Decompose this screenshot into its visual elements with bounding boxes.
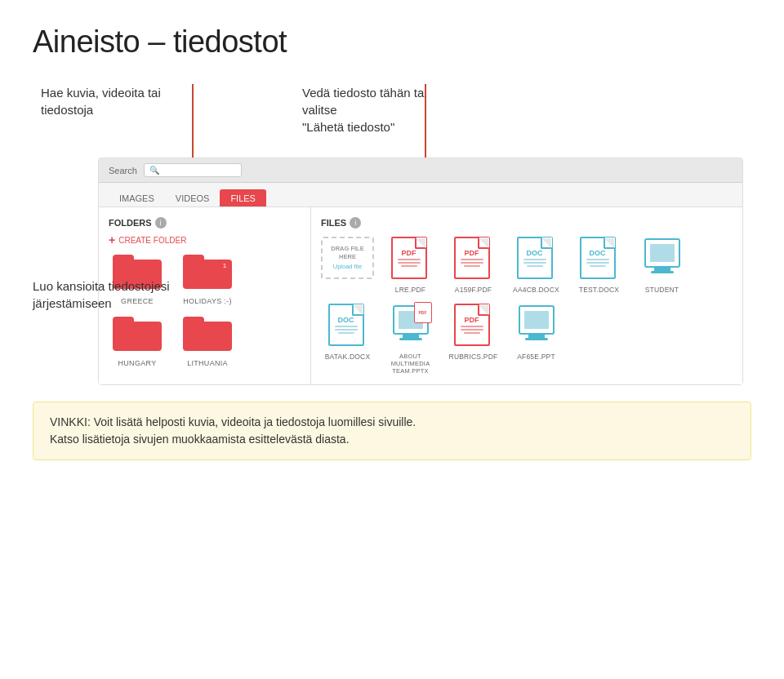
doc-label2: DOC <box>590 249 606 257</box>
panel-tabs: IMAGES VIDEOS FILES <box>99 183 742 207</box>
line1 <box>398 259 421 260</box>
monitor-icon1 <box>644 238 680 268</box>
file-test-docx-label: TEST.DOCX <box>579 286 620 294</box>
file-shape-doc3: DOC <box>328 304 364 346</box>
file-student[interactable]: STUDENT <box>635 237 688 294</box>
folder-shape-hungary <box>113 317 162 351</box>
upload-link[interactable]: Upload file <box>333 263 362 271</box>
folder-hungary-icon <box>113 317 162 356</box>
hint-line1: VINKKI: Voit lisätä helposti kuvia, vide… <box>50 414 734 431</box>
line2 <box>398 262 421 264</box>
top-annotations: Hae kuvia, videoita tai tiedostoja Vedä … <box>33 84 751 158</box>
hint-line2: Katso lisätietoja sivujen muokkaamista e… <box>50 431 734 448</box>
tab-files[interactable]: FILES <box>220 189 266 206</box>
file-a159f-pdf-label: A159F.PDF <box>455 286 492 294</box>
annotation-upload: Vedä tiedosto tähän tai valitse "Lähetä … <box>302 84 449 135</box>
line3 <box>464 332 480 334</box>
file-a159f-pdf-icon: PDF <box>454 237 493 282</box>
folders-info-icon: i <box>155 217 167 229</box>
folders-row-2: HUNGARY LITHUANIA <box>109 317 301 367</box>
file-shape-pdf2: PDF <box>454 237 490 279</box>
ui-panel: Search 🔍 IMAGES VIDEOS FILES FOLDERS i <box>98 158 743 385</box>
folder-badge: 1 <box>219 260 230 271</box>
files-header: FILES i <box>321 217 733 229</box>
file-shape-doc1: DOC <box>517 237 553 279</box>
content-wrapper: Hae kuvia, videoita tai tiedostoja Vedä … <box>33 84 751 385</box>
monitor-icon3 <box>519 305 555 335</box>
files-grid: DRAG FILEHERE Upload file PDF <box>321 237 733 375</box>
file-aa4cb-docx[interactable]: DOC AA4CB.DOCX <box>510 237 563 294</box>
panel-body: FOLDERS i + CREATE FOLDER GREECE <box>99 207 742 384</box>
files-info-icon: i <box>350 217 361 229</box>
line3 <box>401 265 417 267</box>
folder-hungary[interactable]: HUNGARY <box>109 317 166 367</box>
file-lre-pdf-icon: PDF <box>391 237 430 282</box>
line3 <box>527 265 543 267</box>
plus-icon: + <box>109 233 115 246</box>
line1 <box>461 326 483 327</box>
folders-header: FOLDERS i <box>109 217 301 229</box>
file-af65e-ppt-label: AF65E.PPT <box>517 353 555 361</box>
page-container: Aineisto – tiedostot Hae kuvia, videoita… <box>0 0 784 477</box>
pptx-label: PDF <box>419 310 427 315</box>
file-batak-docx[interactable]: DOC BATAK.DOCX <box>321 304 374 375</box>
monitor-screen3 <box>524 311 549 329</box>
line2 <box>586 262 609 264</box>
line2 <box>461 262 483 264</box>
file-about-multimedia-label: ABOUTMULTIMEDIATEAM.PPTX <box>391 353 430 375</box>
line1 <box>523 259 546 260</box>
line2 <box>335 329 358 331</box>
drag-text: DRAG FILEHERE <box>331 245 363 261</box>
create-folder-label: CREATE FOLDER <box>118 236 186 245</box>
line2 <box>523 262 546 264</box>
files-title: FILES <box>321 218 346 228</box>
files-panel: FILES i DRAG FILEHERE Upload file <box>311 207 742 384</box>
file-about-multimedia[interactable]: PDF ABOUTMULTIMEDIATEAM.PPTX <box>384 304 437 375</box>
annotation-folders: Luo kansioita tiedostojesi järjestämisee… <box>33 277 176 312</box>
monitor-wrapper1 <box>643 237 682 279</box>
pdf-lines3 <box>461 326 483 334</box>
drag-file-item[interactable]: DRAG FILEHERE Upload file <box>321 237 374 294</box>
file-test-docx[interactable]: DOC TEST.DOCX <box>572 237 626 294</box>
doc-label1: DOC <box>527 249 543 257</box>
file-shape-pdf: PDF <box>391 237 427 279</box>
file-rubrics-pdf[interactable]: PDF RUBRICS.PDF <box>447 304 500 375</box>
file-af65e-ppt[interactable]: AF65E.PPT <box>510 304 563 375</box>
line3 <box>464 265 480 267</box>
folder-holidays-label: HOLIDAYS :-) <box>183 297 231 305</box>
file-rubrics-pdf-label: RUBRICS.PDF <box>449 353 498 361</box>
page-title: Aineisto – tiedostot <box>33 24 751 60</box>
search-box[interactable]: 🔍 <box>144 163 242 177</box>
folder-lithuania-label: LITHUANIA <box>187 359 228 367</box>
drag-file-box[interactable]: DRAG FILEHERE Upload file <box>321 237 374 279</box>
file-rubrics-pdf-icon: PDF <box>454 304 493 349</box>
folder-shape-lithuania <box>183 317 232 351</box>
file-aa4cb-docx-label: AA4CB.DOCX <box>513 286 559 294</box>
file-batak-docx-label: BATAK.DOCX <box>325 353 371 361</box>
file-a159f-pdf[interactable]: PDF A159F.PDF <box>447 237 500 294</box>
pdf-label2: PDF <box>465 249 479 257</box>
folder-hungary-label: HUNGARY <box>118 359 157 367</box>
line3 <box>590 265 606 267</box>
tab-videos[interactable]: VIDEOS <box>165 189 220 206</box>
create-folder-button[interactable]: + CREATE FOLDER <box>109 233 301 246</box>
folder-holidays-icon: 1 <box>183 255 232 294</box>
file-shape-pdf3: PDF <box>454 304 490 346</box>
annotation-folders-text: Luo kansioita tiedostojesi järjestämisee… <box>33 279 170 310</box>
file-aa4cb-docx-icon: DOC <box>517 237 556 282</box>
line1 <box>586 259 609 260</box>
file-student-label: STUDENT <box>645 286 679 294</box>
tab-images[interactable]: IMAGES <box>109 189 165 206</box>
panel-titlebar: Search 🔍 <box>99 158 742 183</box>
doc-lines3 <box>335 326 358 334</box>
folder-holidays[interactable]: 1 HOLIDAYS :-) <box>179 255 236 305</box>
doc-lines1 <box>523 259 546 267</box>
line2 <box>461 329 483 331</box>
monitor-wrapper3 <box>517 304 556 346</box>
folder-lithuania-icon <box>183 317 232 356</box>
file-af65e-ppt-icon <box>517 304 556 349</box>
hint-box: VINKKI: Voit lisätä helposti kuvia, vide… <box>33 402 751 460</box>
folders-title: FOLDERS <box>109 218 152 228</box>
file-lre-pdf[interactable]: PDF LRE.PDF <box>384 237 437 294</box>
folder-lithuania[interactable]: LITHUANIA <box>179 317 236 367</box>
